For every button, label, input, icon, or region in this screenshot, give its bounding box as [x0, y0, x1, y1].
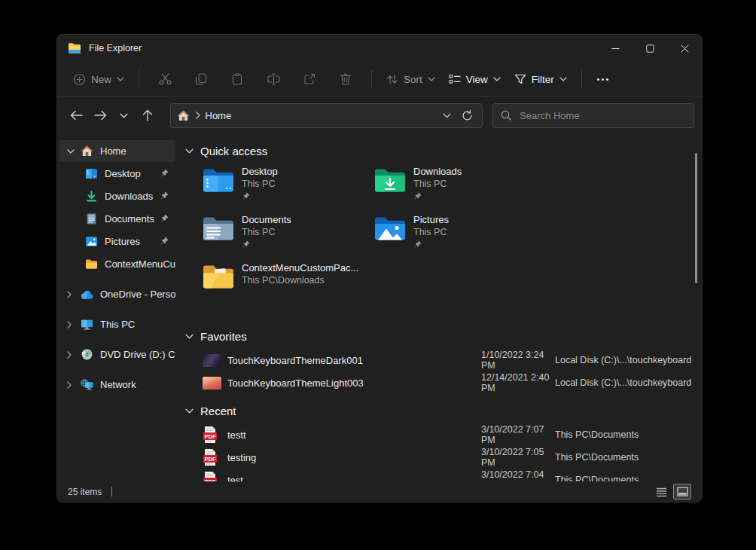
tile-location: This PC [413, 226, 449, 238]
view-label: View [466, 74, 488, 85]
refresh-icon[interactable] [462, 110, 473, 121]
sidebar-item-home[interactable]: Home [59, 140, 175, 162]
sidebar-item-label: OneDrive - Personal [100, 289, 175, 300]
sidebar-item-dvd-drive[interactable]: DVD Drive (D:) CCCO [59, 344, 175, 365]
pdf-file-icon [203, 471, 218, 481]
sidebar-item-pictures[interactable]: Pictures [59, 231, 175, 252]
search-input[interactable] [518, 109, 672, 122]
sidebar-item-label: This PC [100, 319, 135, 330]
new-label: New [91, 74, 111, 85]
file-row-touchkeyboardthemedark001[interactable]: TouchKeyboardThemeDark001 1/10/2022 3:24… [185, 349, 702, 371]
sidebar-item-contextmenucust[interactable]: ContextMenuCust [59, 253, 175, 275]
sort-label: Sort [404, 74, 422, 85]
cut-button[interactable] [150, 66, 180, 92]
file-row-test[interactable]: test 3/10/2022 7:04 PM This PC\Documents [185, 469, 702, 481]
file-path: This PC\Documents [555, 475, 702, 481]
file-name: TouchKeyboardThemeLight003 [227, 377, 481, 389]
file-row-testt[interactable]: testt 3/10/2022 7:07 PM This PC\Document… [185, 423, 702, 446]
breadcrumb-home[interactable]: Home [206, 110, 232, 121]
funnel-icon [514, 74, 526, 85]
large-thumbnails-view-button[interactable] [673, 484, 691, 500]
rename-button[interactable] [258, 66, 288, 92]
address-bar[interactable]: Home [170, 103, 483, 128]
sidebar-item-label: Documents [105, 213, 154, 225]
sidebar-item-documents[interactable]: Documents [59, 208, 175, 230]
chevron-down-icon [120, 113, 128, 118]
sidebar-item-label: ContextMenuCust [105, 258, 175, 270]
sidebar-item-label: Network [100, 379, 136, 390]
forward-button[interactable] [89, 104, 111, 127]
tile-location: This PC [413, 178, 462, 190]
desktop-folder-icon [202, 167, 235, 194]
file-date: 1/10/2022 3:24 PM [481, 350, 555, 371]
share-button[interactable] [294, 66, 325, 92]
file-explorer-app-icon [68, 42, 81, 54]
tile-contextmenucustompac[interactable]: ContextMenuCustomPac... This PC\Download… [202, 262, 373, 310]
onedrive-cloud-icon [81, 291, 93, 300]
navigation-pane: Home Desktop Downloads Documents Picture… [57, 133, 178, 481]
search-icon [501, 110, 511, 121]
file-row-touchkeyboardthemelight003[interactable]: TouchKeyboardThemeLight003 12/14/2021 2:… [185, 371, 702, 394]
minimize-button[interactable] [598, 35, 633, 62]
view-button[interactable]: View [442, 69, 508, 90]
scissors-icon [159, 73, 172, 85]
sidebar-item-this-pc[interactable]: This PC [59, 313, 175, 335]
section-recent[interactable]: Recent [185, 402, 702, 419]
file-explorer-window: File Explorer New [56, 34, 703, 503]
toolbar-divider [371, 70, 372, 88]
delete-button[interactable] [331, 66, 361, 92]
file-name: testing [227, 452, 481, 463]
chevron-down-icon[interactable] [185, 148, 196, 154]
file-name: test [227, 475, 481, 482]
tile-desktop[interactable]: Desktop This PC [202, 166, 373, 214]
tile-downloads[interactable]: Downloads This PC [373, 166, 545, 214]
close-button[interactable] [667, 35, 702, 62]
scrollbar[interactable] [695, 153, 697, 283]
address-dropdown-icon[interactable] [443, 113, 451, 118]
chevron-right-icon[interactable] [67, 291, 76, 298]
view-list-icon [449, 74, 461, 84]
paste-button[interactable] [222, 66, 252, 92]
section-quick-access[interactable]: Quick access [185, 142, 702, 159]
maximize-button[interactable] [633, 35, 667, 62]
more-options-button[interactable] [590, 72, 616, 87]
chevron-right-icon[interactable] [67, 381, 76, 389]
sidebar-item-label: Home [100, 145, 127, 157]
chevron-right-icon[interactable] [67, 321, 76, 328]
file-path: Local Disk (C:)\...\touchkeyboard [555, 377, 702, 388]
chevron-down-icon[interactable] [67, 149, 76, 154]
sidebar-item-downloads[interactable]: Downloads [59, 185, 175, 207]
pin-icon [242, 240, 250, 249]
pin-icon [160, 214, 169, 223]
details-view-button[interactable] [652, 484, 670, 500]
filter-button[interactable]: Filter [508, 69, 574, 90]
sort-button[interactable]: Sort [380, 69, 442, 90]
sidebar-item-network[interactable]: Network [59, 374, 175, 396]
chevron-down-icon [117, 77, 124, 81]
downloads-folder-icon [373, 167, 407, 194]
tile-name: Documents [242, 214, 291, 226]
ellipsis-icon [597, 78, 599, 81]
item-count: 25 items [68, 487, 102, 497]
sidebar-item-desktop[interactable]: Desktop [59, 163, 175, 185]
new-button[interactable]: New [66, 68, 131, 91]
sidebar-item-onedrive[interactable]: OneDrive - Personal [59, 283, 175, 305]
tile-pictures[interactable]: Pictures This PC [373, 214, 545, 262]
copy-button[interactable] [186, 66, 216, 92]
chevron-down-icon[interactable] [185, 334, 196, 339]
back-button[interactable] [66, 104, 87, 127]
chevron-down-icon[interactable] [185, 408, 196, 414]
tile-name: ContextMenuCustomPac... [242, 262, 358, 274]
file-date: 3/10/2022 7:07 PM [481, 424, 555, 445]
search-box[interactable] [492, 103, 694, 128]
tile-documents[interactable]: Documents This PC [202, 214, 373, 262]
up-button[interactable] [136, 104, 158, 127]
file-row-testing[interactable]: testing 3/10/2022 7:05 PM This PC\Docume… [185, 446, 702, 469]
chevron-down-icon [493, 77, 501, 81]
command-bar: New [57, 62, 702, 96]
quick-access-grid: Desktop This PC Downloads This PC [202, 166, 702, 310]
recent-locations-button[interactable] [113, 104, 135, 127]
chevron-right-icon[interactable] [67, 351, 76, 359]
section-favorites[interactable]: Favorites [185, 328, 702, 344]
tile-name: Desktop [242, 166, 278, 178]
